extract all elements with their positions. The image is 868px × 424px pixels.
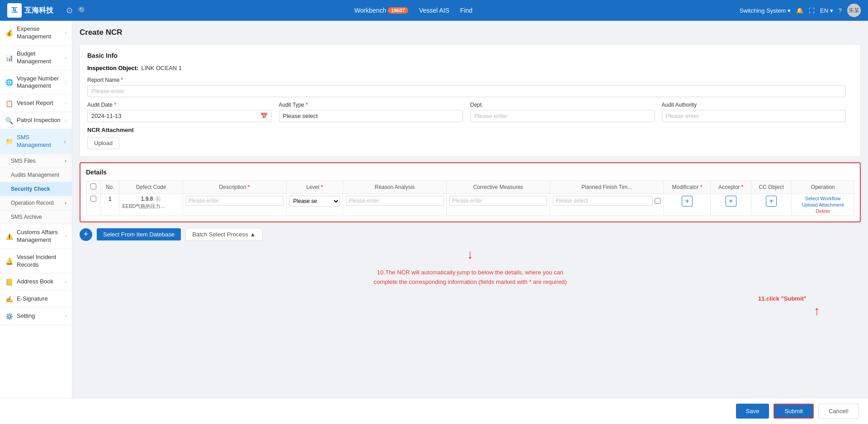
- address-book-icon: 📒: [5, 278, 13, 286]
- operation-record-label: Operation Record: [11, 200, 54, 206]
- select-from-item-btn[interactable]: Select From Item Datebase: [97, 228, 181, 240]
- nav-vessel-ais[interactable]: Vessel AIS: [415, 5, 453, 16]
- sidebar-item-address-book-label: Address Book: [17, 278, 65, 286]
- sidebar-item-sms[interactable]: 📁 SMS Management ∨: [0, 129, 72, 154]
- add-row-btn[interactable]: +: [80, 228, 92, 241]
- switching-system[interactable]: Switching System ▾: [740, 7, 791, 14]
- upload-button[interactable]: Upload: [87, 137, 119, 149]
- audits-label: Audits Management: [11, 172, 59, 178]
- logo[interactable]: 互 互海科技: [7, 3, 53, 18]
- select-all-checkbox[interactable]: [90, 184, 96, 189]
- nav-back[interactable]: ⊙: [66, 5, 73, 15]
- row-checkbox-cell: [86, 194, 101, 216]
- lang-selector[interactable]: EN ▾: [820, 7, 833, 14]
- row-no: 1: [101, 194, 119, 216]
- planned-input[interactable]: [553, 196, 653, 206]
- audit-date-input[interactable]: 📅: [87, 110, 272, 122]
- nav-find[interactable]: Find: [457, 5, 476, 16]
- sms-files-label: SMS Files: [11, 158, 36, 164]
- audit-type-select[interactable]: Please select: [279, 110, 463, 122]
- delete-link[interactable]: Delete: [816, 208, 830, 214]
- basic-info-section: Basic Info Inspection Object: LINK OCEAN…: [80, 44, 861, 157]
- sidebar: 💰 Expense Management › 📊 Budget Manageme…: [0, 21, 72, 398]
- basic-info-title: Basic Info: [87, 52, 853, 59]
- dropdown-arrow-icon: ▲: [250, 231, 256, 238]
- dept-label: Dept.: [470, 102, 655, 108]
- sidebar-item-voyage[interactable]: 🌐 Voyage Number Management ›: [0, 71, 72, 95]
- corrective-input[interactable]: [449, 196, 547, 206]
- help-btn[interactable]: ?: [839, 7, 842, 14]
- upload-attachment-link[interactable]: Upload Attachment: [802, 202, 844, 207]
- chevron-right-icon: ›: [65, 30, 66, 35]
- submit-instruction-text: 11.click "Submit": [758, 295, 807, 302]
- sidebar-item-budget[interactable]: 📊 Budget Management ›: [0, 46, 72, 71]
- info-icon[interactable]: i: [155, 196, 161, 202]
- report-name-label: Report Name *: [87, 77, 846, 83]
- batch-select-btn[interactable]: Batch Select Process ▲: [185, 228, 262, 241]
- inspection-object-label: Inspection Object:: [87, 65, 138, 71]
- level-select[interactable]: Please se: [289, 196, 340, 207]
- report-name-input[interactable]: [87, 85, 846, 97]
- budget-icon: 📊: [5, 54, 13, 61]
- th-corrective: Corrective Measures: [447, 181, 550, 194]
- avatar[interactable]: 朱某: [847, 4, 861, 17]
- sms-submenu: SMS Files › Audits Management Security C…: [0, 154, 72, 224]
- planned-checkbox[interactable]: [655, 198, 660, 204]
- reason-input[interactable]: [346, 196, 443, 206]
- sidebar-sub-operation-record[interactable]: Operation Record ›: [0, 196, 72, 210]
- dept-input[interactable]: [470, 110, 655, 122]
- submit-instruction-area: 11.click "Submit": [80, 292, 861, 304]
- fullscreen-btn[interactable]: ⛶: [809, 7, 815, 14]
- sidebar-item-esignature[interactable]: ✍️ E-Signature: [0, 291, 72, 308]
- sidebar-item-vessel-incident-label: Vessel Incident Records: [17, 254, 66, 269]
- select-workflow-link[interactable]: Select Workflow: [805, 196, 841, 201]
- sidebar-sub-security-check[interactable]: Security Check: [0, 182, 72, 196]
- sidebar-item-expense[interactable]: 💰 Expense Management ›: [0, 21, 72, 46]
- sidebar-item-vessel-report[interactable]: 📋 Vessel Report ›: [0, 95, 72, 112]
- logo-icon: 互: [7, 3, 22, 18]
- th-planned: Planned Finish Tim...: [550, 181, 664, 194]
- sidebar-item-expense-label: Expense Management: [17, 25, 65, 41]
- th-modificator: Modificator *: [664, 181, 711, 194]
- chevron-right-icon: ›: [65, 314, 66, 319]
- row-modificator-cell: +: [664, 194, 711, 216]
- sidebar-sub-sms-archive[interactable]: SMS Archive: [0, 210, 72, 224]
- table-row: 1 1.9.8 i EEBD气瓶的压力...: [86, 194, 854, 216]
- sidebar-item-voyage-label: Voyage Number Management: [17, 75, 65, 90]
- description-input[interactable]: [186, 196, 283, 206]
- up-arrow-icon: ↑: [814, 304, 820, 318]
- cancel-button[interactable]: Cancel!: [818, 404, 859, 419]
- audit-date-field[interactable]: [91, 113, 260, 119]
- row-level-cell: Please se: [286, 194, 343, 216]
- details-title: Details: [86, 169, 854, 176]
- notification-bell[interactable]: 🔔: [796, 7, 803, 14]
- th-description: Description *: [183, 181, 286, 194]
- sidebar-item-address-book[interactable]: 📒 Address Book ›: [0, 273, 72, 291]
- th-no: No.: [101, 181, 119, 194]
- row-checkbox[interactable]: [90, 196, 96, 202]
- th-reason: Reason Analysis: [343, 181, 447, 194]
- down-arrow-icon: ↓: [80, 248, 861, 261]
- setting-icon: ⚙️: [5, 313, 13, 320]
- sidebar-item-setting[interactable]: ⚙️ Setting ›: [0, 308, 72, 325]
- acceptor-add-btn[interactable]: +: [726, 196, 736, 207]
- modificator-add-btn[interactable]: +: [682, 196, 693, 207]
- esignature-icon: ✍️: [5, 296, 13, 303]
- nav-workbench[interactable]: Workbench 19607: [351, 5, 412, 16]
- sidebar-item-customs[interactable]: ⚠️ Customs Affairs Management ›: [0, 224, 72, 249]
- sidebar-item-vessel-incident[interactable]: 🔔 Vessel Incident Records: [0, 249, 72, 274]
- save-button[interactable]: Save: [736, 404, 769, 419]
- audit-authority-input[interactable]: [662, 110, 846, 122]
- sidebar-item-budget-label: Budget Management: [17, 50, 65, 66]
- submit-button[interactable]: Submit: [774, 404, 813, 419]
- sidebar-sub-audits[interactable]: Audits Management: [0, 168, 72, 182]
- sidebar-sub-sms-files[interactable]: SMS Files ›: [0, 154, 72, 168]
- logo-text: 互海科技: [24, 6, 53, 15]
- customs-icon: ⚠️: [5, 233, 13, 240]
- cc-object-add-btn[interactable]: +: [766, 196, 777, 207]
- sidebar-item-patrol[interactable]: 🔍 Patrol Inspection ›: [0, 112, 72, 129]
- instruction-box: 10.The NCR will automatically jump to be…: [80, 264, 861, 292]
- sidebar-item-setting-label: Setting: [17, 312, 65, 320]
- nav-search[interactable]: 🔍: [78, 6, 87, 15]
- chevron-right-icon: ›: [65, 55, 66, 60]
